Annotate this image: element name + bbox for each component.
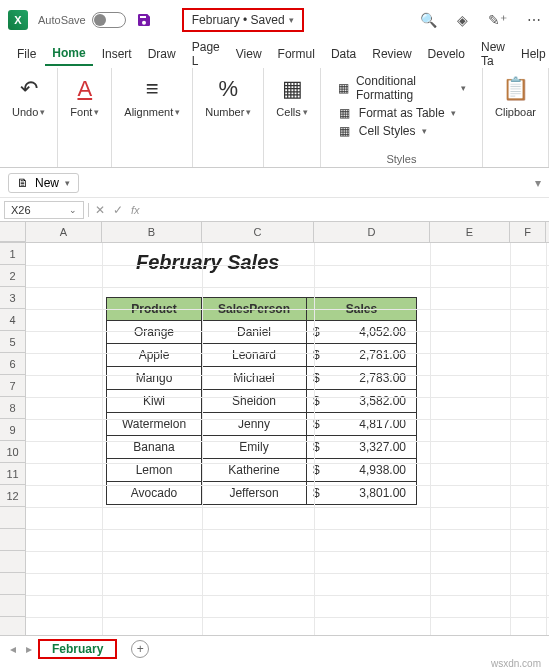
row-header[interactable] bbox=[0, 507, 25, 529]
menu-help[interactable]: Help bbox=[514, 43, 549, 65]
clipboard-icon: 📋 bbox=[502, 76, 529, 102]
menu-developer[interactable]: Develo bbox=[421, 43, 472, 65]
row-header[interactable] bbox=[0, 595, 25, 617]
ribbon-group-number: % Number▾ bbox=[193, 68, 264, 167]
row-header[interactable]: 3 bbox=[0, 287, 25, 309]
select-all-corner[interactable] bbox=[0, 222, 26, 242]
format-as-table-button[interactable]: ▦Format as Table▾ bbox=[337, 106, 466, 120]
chevron-down-icon: ⌄ bbox=[69, 205, 77, 215]
table-row: MangoMichael$2,783.00 bbox=[107, 367, 417, 390]
alignment-icon: ≡ bbox=[146, 76, 159, 102]
row-header[interactable]: 12 bbox=[0, 485, 25, 507]
tab-nav-arrows: ◂ ▸ bbox=[10, 642, 32, 656]
spreadsheet-grid: ABCDEF 123456789101112 February Sales Pr… bbox=[0, 222, 549, 635]
cells-area[interactable]: February Sales ProductSalesPersonSalesOr… bbox=[26, 243, 549, 635]
clipboard-button[interactable]: 📋 Clipboar bbox=[491, 74, 540, 120]
autosave-label: AutoSave bbox=[38, 14, 86, 26]
font-button[interactable]: A Font▾ bbox=[66, 74, 103, 120]
menu-file[interactable]: File bbox=[10, 43, 43, 65]
autosave-toggle[interactable] bbox=[92, 12, 126, 28]
undo-icon: ↶ bbox=[20, 76, 38, 102]
cell-styles-button[interactable]: ▦Cell Styles▾ bbox=[337, 124, 466, 138]
data-table: ProductSalesPersonSalesOrangeDaniel$4,05… bbox=[106, 297, 417, 505]
menu-view[interactable]: View bbox=[229, 43, 269, 65]
menu-new-tab[interactable]: New Ta bbox=[474, 36, 512, 72]
table-row: WatermelonJenny$4,817.00 bbox=[107, 413, 417, 436]
search-icon[interactable]: 🔍 bbox=[420, 12, 437, 28]
sales-title: February Sales bbox=[136, 251, 279, 274]
row-header[interactable]: 10 bbox=[0, 441, 25, 463]
cells-button[interactable]: ▦ Cells▾ bbox=[272, 74, 311, 120]
row-header[interactable]: 7 bbox=[0, 375, 25, 397]
ribbon-group-undo: ↶ Undo▾ bbox=[0, 68, 58, 167]
accept-icon[interactable]: ✓ bbox=[113, 203, 123, 217]
title-bar: X AutoSave February • Saved ▾ 🔍 ◈ ✎⁺ ⋯ bbox=[0, 0, 549, 40]
cell-styles-icon: ▦ bbox=[337, 124, 353, 138]
column-header[interactable]: E bbox=[430, 222, 510, 242]
alignment-button[interactable]: ≡ Alignment▾ bbox=[120, 74, 184, 120]
table-row: OrangeDaniel$4,052.00 bbox=[107, 321, 417, 344]
ribbon-group-font: A Font▾ bbox=[58, 68, 112, 167]
new-button[interactable]: 🗎 New ▾ bbox=[8, 173, 79, 193]
column-header[interactable]: D bbox=[314, 222, 430, 242]
row-header[interactable]: 8 bbox=[0, 397, 25, 419]
fx-label[interactable]: fx bbox=[131, 204, 140, 216]
tab-prev-icon[interactable]: ◂ bbox=[10, 642, 16, 656]
table-row: KiwiSheldon$3,582.00 bbox=[107, 390, 417, 413]
new-file-icon: 🗎 bbox=[17, 176, 29, 190]
ribbon-group-alignment: ≡ Alignment▾ bbox=[112, 68, 193, 167]
name-box[interactable]: X26 ⌄ bbox=[4, 201, 84, 219]
row-header[interactable] bbox=[0, 573, 25, 595]
sheet-tab-february[interactable]: February bbox=[38, 639, 117, 659]
conditional-formatting-button[interactable]: ▦Conditional Formatting▾ bbox=[337, 74, 466, 102]
cancel-icon[interactable]: ✕ bbox=[95, 203, 105, 217]
menu-formulas[interactable]: Formul bbox=[271, 43, 322, 65]
quickbar-dropdown-icon[interactable]: ▾ bbox=[535, 176, 541, 190]
table-row: LemonKatherine$4,938.00 bbox=[107, 459, 417, 482]
row-header[interactable] bbox=[0, 529, 25, 551]
sheet-tabs: ◂ ▸ February + bbox=[0, 635, 549, 661]
more-icon[interactable]: ⋯ bbox=[527, 12, 541, 28]
row-header[interactable]: 9 bbox=[0, 419, 25, 441]
menu-draw[interactable]: Draw bbox=[141, 43, 183, 65]
menu-page-layout[interactable]: Page L bbox=[185, 36, 227, 72]
ribbon-group-clipboard: 📋 Clipboar bbox=[483, 68, 549, 167]
row-header[interactable]: 6 bbox=[0, 353, 25, 375]
chevron-down-icon: ▾ bbox=[289, 15, 294, 25]
chevron-down-icon: ▾ bbox=[65, 178, 70, 188]
excel-icon: X bbox=[8, 10, 28, 30]
row-header[interactable]: 11 bbox=[0, 463, 25, 485]
menu-data[interactable]: Data bbox=[324, 43, 363, 65]
table-row: BananaEmily$3,327.00 bbox=[107, 436, 417, 459]
diamond-icon[interactable]: ◈ bbox=[457, 12, 468, 28]
save-icon[interactable] bbox=[136, 12, 152, 28]
row-header[interactable]: 2 bbox=[0, 265, 25, 287]
title-right-controls: 🔍 ◈ ✎⁺ ⋯ bbox=[420, 12, 541, 28]
file-status-box[interactable]: February • Saved ▾ bbox=[182, 8, 304, 32]
number-button[interactable]: % Number▾ bbox=[201, 74, 255, 120]
ribbon-group-cells: ▦ Cells▾ bbox=[264, 68, 320, 167]
menu-review[interactable]: Review bbox=[365, 43, 418, 65]
row-header[interactable]: 5 bbox=[0, 331, 25, 353]
column-header[interactable]: A bbox=[26, 222, 102, 242]
percent-icon: % bbox=[219, 76, 239, 102]
column-header[interactable]: C bbox=[202, 222, 314, 242]
sheet-area[interactable]: 123456789101112 February Sales ProductSa… bbox=[0, 243, 549, 635]
undo-button[interactable]: ↶ Undo▾ bbox=[8, 74, 49, 120]
add-sheet-button[interactable]: + bbox=[131, 640, 149, 658]
wand-icon[interactable]: ✎⁺ bbox=[488, 12, 507, 28]
row-header[interactable] bbox=[0, 551, 25, 573]
menu-bar: File Home Insert Draw Page L View Formul… bbox=[0, 40, 549, 68]
row-header[interactable]: 4 bbox=[0, 309, 25, 331]
menu-insert[interactable]: Insert bbox=[95, 43, 139, 65]
font-icon: A bbox=[77, 76, 92, 102]
fx-controls: ✕ ✓ fx bbox=[88, 203, 146, 217]
column-header[interactable]: B bbox=[102, 222, 202, 242]
column-header[interactable]: F bbox=[510, 222, 546, 242]
quick-access-bar: 🗎 New ▾ ▾ bbox=[0, 168, 549, 198]
watermark: wsxdn.com bbox=[491, 658, 541, 669]
menu-home[interactable]: Home bbox=[45, 42, 92, 66]
tab-next-icon[interactable]: ▸ bbox=[26, 642, 32, 656]
ribbon-group-styles: ▦Conditional Formatting▾ ▦Format as Tabl… bbox=[321, 68, 483, 167]
row-header[interactable]: 1 bbox=[0, 243, 25, 265]
